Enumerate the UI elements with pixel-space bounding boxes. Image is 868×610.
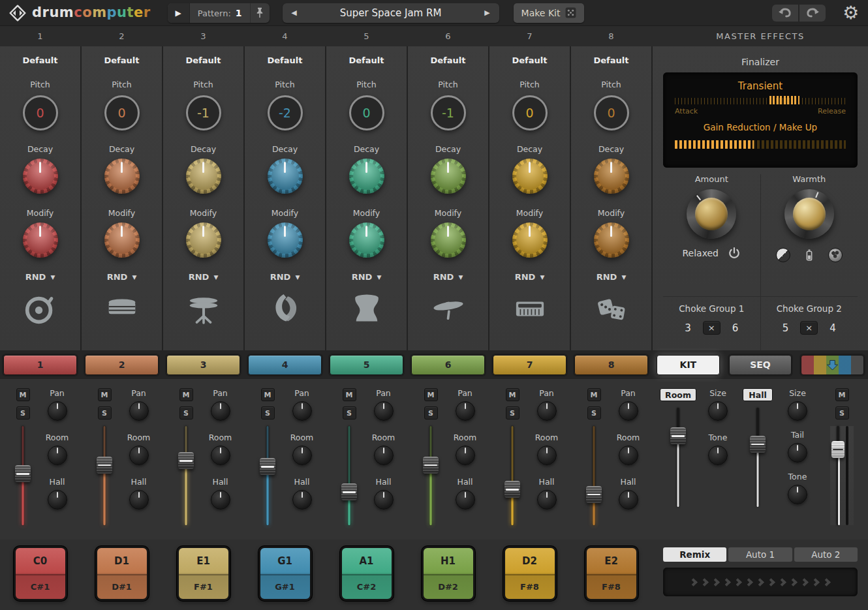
room-send-knob[interactable] <box>619 446 638 465</box>
mute-button[interactable]: M <box>424 388 438 401</box>
solo-button[interactable]: S <box>424 406 438 419</box>
room-send-knob[interactable] <box>456 446 475 465</box>
pitch-knob[interactable]: 0 <box>23 95 58 130</box>
channel-pad-6[interactable]: 6 <box>411 355 485 375</box>
choke-2-left-value[interactable]: 5 <box>783 322 789 334</box>
pattern-display[interactable]: Pattern: 1 <box>190 8 250 18</box>
modify-knob[interactable] <box>268 222 303 258</box>
master-fader[interactable] <box>830 426 854 525</box>
master-mute-button[interactable]: M <box>835 388 849 401</box>
pitch-knob[interactable]: 0 <box>594 95 629 130</box>
decay-knob[interactable] <box>23 159 58 194</box>
choke-2-right-value[interactable]: 4 <box>829 322 836 334</box>
channel-pad-1[interactable]: 1 <box>3 355 77 375</box>
hall-tone-knob[interactable] <box>788 485 807 504</box>
transient-ruler[interactable] <box>675 98 846 104</box>
hall-send-knob[interactable] <box>292 490 312 510</box>
mute-button[interactable]: M <box>587 388 601 401</box>
pan-knob[interactable] <box>292 401 312 421</box>
solo-button[interactable]: S <box>179 406 193 419</box>
snare-drum-icon[interactable] <box>102 290 142 328</box>
volume-fader[interactable] <box>96 426 113 525</box>
pitch-knob[interactable]: 0 <box>104 95 140 130</box>
channel-preset[interactable]: Default <box>23 55 58 65</box>
mute-button[interactable]: M <box>343 388 356 401</box>
warmth-knob[interactable] <box>784 189 834 239</box>
volume-fader[interactable] <box>585 426 602 525</box>
rnd-dropdown[interactable]: RND▼ <box>189 272 219 282</box>
pitch-knob[interactable]: -2 <box>268 95 303 130</box>
note-pad-4[interactable]: G1 G#1 <box>258 546 312 601</box>
hall-send-knob[interactable] <box>537 490 557 510</box>
pan-knob[interactable] <box>211 401 230 421</box>
solo-button[interactable]: S <box>261 406 275 419</box>
seq-view-button[interactable]: SEQ <box>729 355 792 375</box>
mute-button[interactable]: M <box>98 388 112 401</box>
redo-button[interactable] <box>799 5 826 22</box>
channel-preset[interactable]: Default <box>104 55 140 65</box>
note-pad-2[interactable]: D1 D#1 <box>95 546 149 601</box>
fader-handle[interactable] <box>750 436 766 453</box>
play-button[interactable]: ▶ <box>168 3 190 23</box>
note-pad-8[interactable]: E2 F#8 <box>585 546 638 601</box>
room-send-knob[interactable] <box>129 446 149 465</box>
volume-fader[interactable] <box>341 426 358 525</box>
preset-next-button[interactable]: ▶ <box>476 3 499 23</box>
fader-handle[interactable] <box>15 465 31 482</box>
solo-button[interactable]: S <box>16 406 30 419</box>
choke-1-right-value[interactable]: 6 <box>732 322 739 334</box>
mute-button[interactable]: M <box>179 388 193 401</box>
mute-button[interactable]: M <box>261 388 275 401</box>
channel-preset[interactable]: Default <box>186 55 221 65</box>
kick-drum-icon[interactable] <box>20 290 61 328</box>
mute-button[interactable]: M <box>16 388 30 401</box>
volume-fader[interactable] <box>14 426 31 525</box>
modify-knob[interactable] <box>512 222 548 258</box>
room-button[interactable]: Room <box>660 388 696 401</box>
dice-icon[interactable] <box>591 290 632 328</box>
modify-knob[interactable] <box>431 222 466 258</box>
make-kit-button[interactable]: Make Kit <box>514 3 585 23</box>
volume-fader[interactable] <box>178 426 194 525</box>
note-pad-7[interactable]: D2 F#8 <box>503 546 557 601</box>
fader-handle[interactable] <box>260 458 275 475</box>
fader-handle[interactable] <box>423 457 439 474</box>
note-pad-3[interactable]: E1 F#1 <box>177 546 230 601</box>
fader-handle[interactable] <box>178 452 194 469</box>
conga-icon[interactable] <box>347 290 387 328</box>
fader-handle[interactable] <box>670 427 686 444</box>
pan-knob[interactable] <box>48 401 67 421</box>
undo-button[interactable] <box>772 5 798 22</box>
decay-knob[interactable] <box>104 159 140 194</box>
channel-pad-2[interactable]: 2 <box>85 355 159 375</box>
fader-handle[interactable] <box>97 457 112 474</box>
rnd-dropdown[interactable]: RND▼ <box>107 272 137 282</box>
choke-1-left-value[interactable]: 3 <box>685 322 691 334</box>
room-fader[interactable] <box>638 408 718 507</box>
room-send-knob[interactable] <box>211 446 230 465</box>
keyboard-icon[interactable] <box>510 290 550 328</box>
rnd-dropdown[interactable]: RND▼ <box>270 272 300 282</box>
hall-fader[interactable] <box>718 408 798 507</box>
channel-pad-4[interactable]: 4 <box>248 355 322 375</box>
ball-mode-icon[interactable] <box>828 248 843 262</box>
clap-icon[interactable] <box>265 290 305 328</box>
note-pad-5[interactable]: A1 C#2 <box>340 546 394 601</box>
hall-send-knob[interactable] <box>456 490 475 510</box>
pitch-knob[interactable]: -1 <box>431 95 466 130</box>
channel-pad-7[interactable]: 7 <box>493 355 566 375</box>
decay-knob[interactable] <box>186 159 221 194</box>
pan-knob[interactable] <box>374 401 394 421</box>
fader-handle[interactable] <box>504 481 520 498</box>
hall-button[interactable]: Hall <box>743 388 773 401</box>
hall-tail-knob[interactable] <box>788 443 807 463</box>
pan-knob[interactable] <box>619 401 638 421</box>
modify-knob[interactable] <box>23 222 58 258</box>
decay-knob[interactable] <box>594 159 629 194</box>
choke-2-unlink-button[interactable]: × <box>800 321 818 335</box>
pin-button[interactable] <box>250 3 270 23</box>
rnd-dropdown[interactable]: RND▼ <box>597 272 627 282</box>
drop-kit-button[interactable] <box>801 355 864 375</box>
pan-knob[interactable] <box>456 401 475 421</box>
hall-send-knob[interactable] <box>129 490 149 510</box>
